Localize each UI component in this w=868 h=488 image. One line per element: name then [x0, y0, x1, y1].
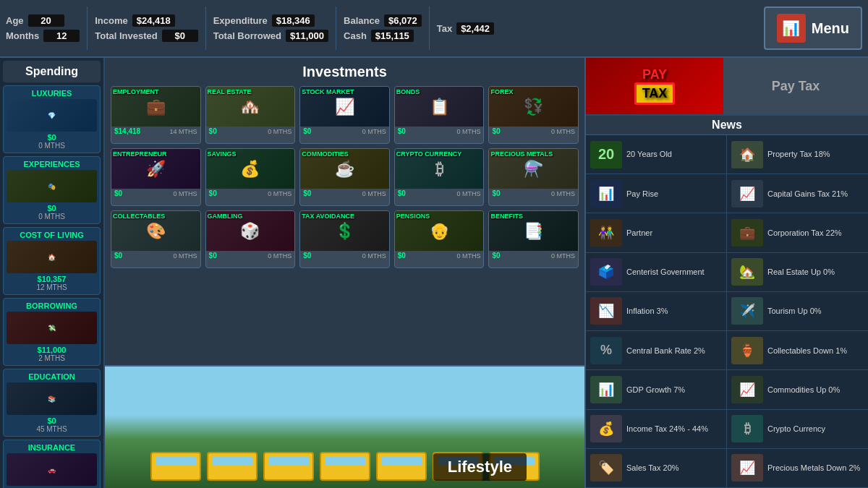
investments-grid: 💼 EMPLOYMENT $14,418 14 MTHS 🏘️ REAL EST… [111, 86, 579, 268]
investment-card-savings[interactable]: 💰 SAVINGS $0 0 MTHS [205, 148, 296, 206]
news-item-inflation[interactable]: 📉 Inflation 3% [586, 292, 727, 331]
news-text-centralbank: Central Bank Rate 2% [626, 346, 722, 356]
news-text-realestate: Real Estate Up 0% [767, 267, 864, 277]
news-img-crypto: ₿ [731, 415, 763, 442]
investment-months-crypto: 0 MTHS [456, 190, 480, 197]
menu-button[interactable]: 📊 Menu [764, 7, 862, 50]
lifestyle-panel[interactable]: Lifestyle [105, 365, 584, 488]
news-item-salestax[interactable]: 🏷️ Sales Tax 20% [586, 449, 727, 488]
news-text-centerist: Centerist Government [626, 267, 722, 277]
news-text-payrise: Pay Rise [626, 189, 722, 199]
news-item-centerist[interactable]: 🗳️ Centerist Government [586, 253, 727, 292]
news-item-collectables[interactable]: 🏺 Collectables Down 1% [727, 331, 868, 370]
investment-card-realestate[interactable]: 🏘️ REAL ESTATE $0 0 MTHS [205, 86, 296, 144]
sidebar-item-title-luxuries: LUXURIES [7, 89, 97, 98]
news-item-preciousmetals[interactable]: 📈 Precious Metals Down 2% [727, 449, 868, 488]
sidebar-item-costliving[interactable]: COST OF LIVING 🏠 $10,357 12 MTHS [3, 227, 101, 295]
news-item-commodities[interactable]: 📈 Commodities Up 0% [727, 370, 868, 409]
news-grid: 20 20 Years Old 🏠 Property Tax 18% 📊 Pay… [586, 135, 868, 488]
news-item-capitalgains[interactable]: 📈 Capital Gains Tax 21% [727, 174, 868, 213]
investment-title-realestate: REAL ESTATE [208, 88, 252, 95]
investment-months-savings: 0 MTHS [268, 190, 292, 197]
main-layout: Spending LUXURIES 💎 $0 0 MTHS EXPERIENCE… [0, 58, 868, 488]
news-text-20years: 20 Years Old [626, 149, 722, 159]
investment-bg-commodities: ☕ COMMODITIES [300, 149, 389, 189]
news-img-corptax: 💼 [731, 219, 763, 247]
investment-title-gambling: GAMBLING [208, 213, 243, 220]
sidebar-item-insurance[interactable]: INSURANCE 🚗 $6,449 0 MTHS [3, 440, 101, 488]
investment-months-benefits: 0 MTHS [551, 252, 575, 260]
investment-card-crypto[interactable]: ₿ CRYPTO CURRENCY $0 0 MTHS [394, 148, 485, 206]
divider-4 [429, 7, 430, 50]
sidebar-item-education[interactable]: EDUCATION 📚 $0 45 MTHS [3, 369, 101, 437]
investment-months-gambling: 0 MTHS [268, 252, 292, 260]
investment-card-pensions[interactable]: 👴 PENSIONS $0 0 MTHS [394, 210, 485, 268]
investment-title-stockmarket: STOCK MARKET [302, 88, 354, 95]
sidebar: Spending LUXURIES 💎 $0 0 MTHS EXPERIENCE… [0, 58, 105, 488]
news-item-tourism[interactable]: ✈️ Tourism Up 0% [727, 292, 868, 331]
investment-title-forex: FOREX [490, 88, 513, 95]
pay-tax-button[interactable]: Pay Tax [723, 58, 868, 114]
investment-value-savings: $0 [209, 189, 217, 197]
sidebar-item-months-education: 45 MTHS [7, 425, 97, 433]
investment-card-stockmarket[interactable]: 📈 STOCK MARKET $0 0 MTHS [299, 86, 390, 144]
investment-title-benefits: BENEFITS [490, 213, 523, 220]
news-text-collectables: Collectables Down 1% [767, 346, 864, 356]
investment-card-taxavoidance[interactable]: 💲 TAX AVOIDANCE $0 0 MTHS [299, 210, 390, 268]
news-img-partner: 👫 [590, 219, 622, 247]
sidebar-item-img-costliving: 🏠 [7, 241, 97, 273]
sidebar-item-title-experiences: EXPERIENCES [7, 160, 97, 168]
investment-value-forex: $0 [492, 127, 500, 135]
sidebar-item-borrowing[interactable]: BORROWING 💸 $11,000 2 MTHS [3, 298, 101, 366]
news-item-realestate[interactable]: 🏡 Real Estate Up 0% [727, 253, 868, 292]
investment-months-commodities: 0 MTHS [362, 190, 386, 197]
news-img-incometax: 💰 [590, 415, 622, 442]
investment-value-collectables: $0 [114, 252, 122, 260]
investment-bottom-preciousmetals: $0 0 MTHS [489, 189, 578, 198]
investment-bg-entrepreneur: 🚀 ENTREPRENEUR [111, 149, 200, 189]
news-item-partner[interactable]: 👫 Partner [586, 213, 727, 252]
investment-bottom-entrepreneur: $0 0 MTHS [111, 189, 200, 198]
investment-bg-realestate: 🏘️ REAL ESTATE [206, 87, 295, 127]
age-group: Age 20 Months 12 [6, 14, 80, 42]
news-item-corptax[interactable]: 💼 Corporation Tax 22% [727, 213, 868, 252]
news-item-incometax[interactable]: 💰 Income Tax 24% - 44% [586, 410, 727, 449]
news-item-gdp[interactable]: 📊 GDP Growth 7% [586, 370, 727, 409]
investment-title-entrepreneur: ENTREPRENEUR [113, 150, 167, 158]
total-invested-label: Total Invested [95, 30, 157, 41]
investment-card-collectables[interactable]: 🎨 COLLECTABLES $0 0 MTHS [111, 210, 201, 268]
news-img-inflation: 📉 [590, 297, 622, 325]
investment-title-commodities: COMMODITIES [302, 150, 349, 158]
investment-bottom-employment: $14,418 14 MTHS [111, 127, 200, 136]
tax-label: Tax [437, 23, 452, 34]
investment-card-benefits[interactable]: 📑 BENEFITS $0 0 MTHS [488, 210, 579, 268]
investment-value-crypto: $0 [398, 189, 406, 197]
investment-card-commodities[interactable]: ☕ COMMODITIES $0 0 MTHS [299, 148, 390, 206]
news-img-20years: 20 [590, 141, 622, 168]
investment-bg-collectables: 🎨 COLLECTABLES [111, 211, 200, 251]
bus-4 [320, 452, 370, 481]
tax-value: $2,442 [456, 22, 494, 35]
news-item-crypto[interactable]: ₿ Crypto Currency [727, 410, 868, 449]
sidebar-item-luxuries[interactable]: LUXURIES 💎 $0 0 MTHS [3, 85, 101, 153]
top-bar: Age 20 Months 12 Income $24,418 Total In… [0, 0, 868, 58]
investment-card-bonds[interactable]: 📋 BONDS $0 0 MTHS [394, 86, 485, 144]
investment-card-entrepreneur[interactable]: 🚀 ENTREPRENEUR $0 0 MTHS [111, 148, 201, 206]
news-item-20years[interactable]: 20 20 Years Old [586, 135, 727, 174]
investment-card-preciousmetals[interactable]: ⚗️ PRECIOUS METALS $0 0 MTHS [488, 148, 579, 206]
total-borrowed-label: Total Borrowed [213, 30, 281, 41]
bus-3 [263, 452, 314, 481]
news-img-commodities: 📈 [731, 376, 763, 403]
investment-card-gambling[interactable]: 🎲 GAMBLING $0 0 MTHS [205, 210, 296, 268]
bus-5 [376, 452, 427, 481]
investment-bg-benefits: 📑 BENEFITS [489, 211, 578, 251]
news-item-centralbank[interactable]: % Central Bank Rate 2% [586, 331, 727, 370]
news-item-payrise[interactable]: 📊 Pay Rise [586, 174, 727, 213]
news-item-propertytax[interactable]: 🏠 Property Tax 18% [727, 135, 868, 174]
investment-card-forex[interactable]: 💱 FOREX $0 0 MTHS [488, 86, 579, 144]
news-text-inflation: Inflation 3% [626, 306, 722, 316]
investment-card-employment[interactable]: 💼 EMPLOYMENT $14,418 14 MTHS [111, 86, 201, 144]
sidebar-item-experiences[interactable]: EXPERIENCES 🎭 $0 0 MTHS [3, 156, 101, 224]
divider-2 [205, 7, 206, 50]
news-img-gdp: 📊 [590, 376, 622, 403]
